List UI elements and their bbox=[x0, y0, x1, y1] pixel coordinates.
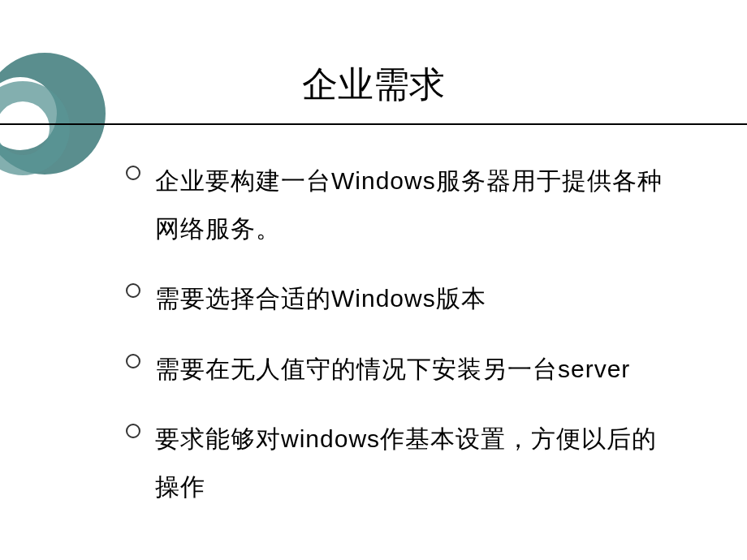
bullet-item: 需要选择合适的Windows版本 bbox=[126, 275, 682, 323]
title-section: 企业需求 bbox=[0, 0, 747, 125]
circle-bullet-icon bbox=[126, 166, 140, 180]
bullet-item: 需要在无人值守的情况下安装另一台server bbox=[126, 346, 682, 394]
content-area: 企业要构建一台Windows服务器用于提供各种网络服务。 需要选择合适的Wind… bbox=[0, 125, 747, 510]
slide-title: 企业需求 bbox=[0, 61, 747, 109]
bullet-text: 需要选择合适的Windows版本 bbox=[155, 275, 486, 323]
bullet-item: 要求能够对windows作基本设置，方便以后的操作 bbox=[126, 416, 682, 510]
circle-bullet-icon bbox=[126, 354, 140, 368]
bullet-text: 企业要构建一台Windows服务器用于提供各种网络服务。 bbox=[155, 157, 682, 252]
bullet-text: 要求能够对windows作基本设置，方便以后的操作 bbox=[155, 416, 682, 510]
circle-bullet-icon bbox=[126, 283, 140, 298]
bullet-text: 需要在无人值守的情况下安装另一台server bbox=[155, 346, 630, 394]
bullet-item: 企业要构建一台Windows服务器用于提供各种网络服务。 bbox=[126, 157, 682, 252]
circle-bullet-icon bbox=[126, 424, 140, 438]
